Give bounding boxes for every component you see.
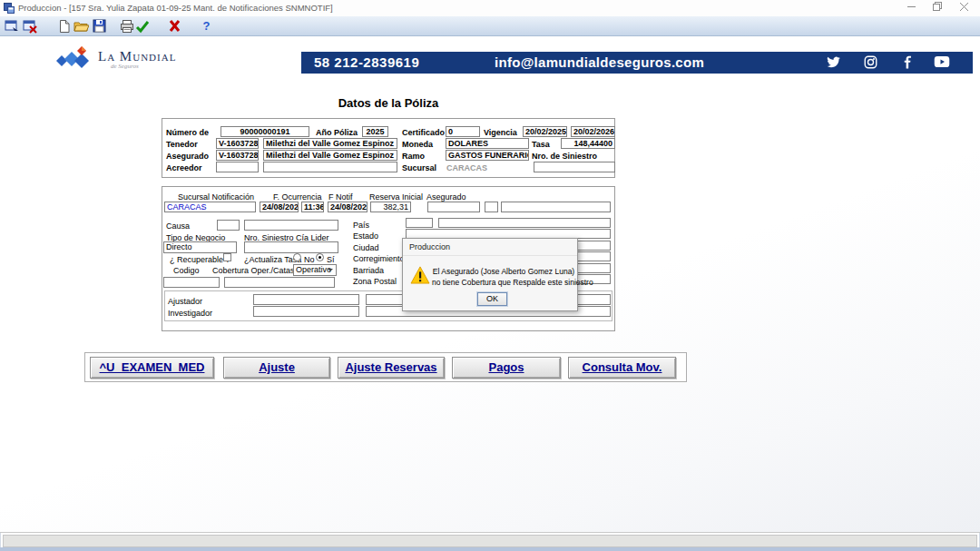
help-button[interactable]: ? [199, 18, 214, 34]
corregimiento-label: Corregimiento [353, 254, 405, 263]
produccion-dialog: Produccion El Asegurado (Jose Alberto Go… [402, 238, 578, 311]
acreedor-id-field[interactable] [216, 162, 259, 172]
vigencia-hasta-field[interactable]: 20/02/2026 [571, 126, 615, 137]
youtube-icon[interactable] [934, 55, 949, 70]
cancel-x-icon [168, 19, 181, 33]
ajuste-reservas-button[interactable]: Ajuste Reservas [338, 357, 445, 379]
ajustador-codigo-field[interactable] [253, 294, 359, 305]
fecha-ocurrencia-field[interactable]: 24/08/2025 [260, 202, 299, 212]
confirm-check-icon [135, 19, 150, 34]
new-document-icon [57, 19, 72, 34]
causa-label: Causa [166, 221, 190, 231]
causa-codigo-field[interactable] [217, 220, 240, 231]
asegurado-codigo-field[interactable] [427, 202, 480, 212]
ok-button[interactable]: OK [477, 292, 507, 306]
save-button[interactable] [92, 18, 107, 34]
nro-siniestro-field[interactable] [534, 162, 615, 172]
ciudad-label: Ciudad [353, 243, 379, 252]
contact-email: info@lamundialdeseguros.com [495, 54, 704, 70]
cobertura-label: Cobertura Oper./Catast. [212, 266, 299, 275]
form-new-button[interactable] [4, 18, 19, 34]
close-icon [960, 3, 968, 11]
actions-bar: ^U_EXAMEN_MED Ajuste Ajuste Reservas Pag… [84, 352, 687, 382]
causa-desc-field[interactable] [244, 220, 338, 231]
barriada-label: Barriada [353, 266, 384, 275]
codigo-label: Codigo [173, 266, 200, 275]
ajuste-button[interactable]: Ajuste [223, 357, 330, 379]
numero-poliza-field[interactable]: 90000000191 [220, 126, 309, 137]
asegurado-nombre-notif-field[interactable] [501, 202, 611, 212]
acreedor-label: Acreedor [166, 163, 202, 172]
window-titlebar: Produccion - [157 Sra. Yulia Zapata 01-0… [0, 0, 980, 16]
reserva-inicial-field[interactable]: 382,31 [370, 202, 411, 212]
status-bar [3, 535, 977, 547]
close-button[interactable] [951, 1, 976, 15]
logo-tagline: de Seguros [111, 63, 139, 70]
reserva-inicial-label: Reserva Inicial [369, 192, 423, 202]
tenedor-nombre-field[interactable]: Milethzi del Valle Gomez Espinoz [263, 138, 397, 149]
tenedor-id-field[interactable]: V-16037281 [216, 138, 259, 149]
hora-ocurrencia-field[interactable]: 11:36 [301, 202, 324, 212]
pagos-button[interactable]: Pagos [452, 357, 561, 379]
moneda-label: Moneda [402, 140, 433, 149]
minimize-button[interactable] [898, 1, 924, 15]
sucursal-notificacion-field[interactable]: CARACAS [164, 202, 256, 212]
contact-bar: 58 212-2839619 info@lamundialdeseguros.c… [301, 52, 973, 74]
nro-siniestro-cia-field[interactable] [244, 241, 338, 253]
cobertura-dropdown[interactable]: Operativo [293, 264, 337, 276]
codigo-cobertura-field[interactable] [163, 277, 220, 288]
recuperable-label: ¿ Recuperable ? [170, 255, 230, 264]
restore-icon [933, 2, 942, 11]
ramo-field[interactable]: GASTOS FUNERARIO [446, 150, 529, 161]
fecha-notif-field[interactable]: 24/08/2025 [328, 202, 368, 212]
actualiza-tasa-si-label: Sí [327, 255, 335, 264]
twitter-icon[interactable] [826, 55, 841, 70]
save-icon [93, 19, 106, 33]
phone-number: 58 212-2839619 [314, 54, 419, 70]
asegurado-nombre-field[interactable]: Milethzi del Valle Gomez Espinoz [263, 150, 397, 161]
actualiza-tasa-no-radio[interactable] [293, 253, 301, 261]
form-delete-button[interactable] [22, 18, 37, 34]
toolbar: ? [0, 16, 980, 36]
pais-label: País [353, 221, 369, 230]
print-button[interactable] [119, 18, 134, 34]
investigador-codigo-field[interactable] [253, 306, 359, 317]
numero-label: Número de [166, 128, 209, 137]
anio-poliza-field[interactable]: 2025 [362, 126, 388, 137]
pais-field[interactable] [438, 218, 611, 228]
certificado-label: Certificado [402, 128, 445, 137]
certificado-field[interactable]: 0 [446, 126, 480, 137]
moneda-field[interactable]: DOLARES [446, 138, 529, 149]
consulta-mov-button[interactable]: Consulta Mov. [568, 357, 676, 379]
examen-medico-button[interactable]: ^U_EXAMEN_MED [90, 357, 214, 379]
f-notif-label: F Notif [328, 192, 353, 202]
acreedor-nombre-field[interactable] [263, 162, 397, 172]
dialog-message-line1: El Asegurado (Jose Alberto Gomez Luna) [432, 267, 575, 276]
cancel-button[interactable] [167, 18, 182, 34]
sucursal-value: CARACAS [446, 163, 487, 172]
asegurado-id-field[interactable]: V-16037281 [216, 150, 259, 161]
confirm-button[interactable] [134, 18, 150, 34]
page-title: Datos de la Póliza [162, 96, 615, 110]
restore-button[interactable] [925, 1, 950, 15]
dialog-title: Produccion [409, 242, 450, 251]
open-folder-button[interactable] [74, 18, 89, 34]
cobertura-desc-field[interactable] [224, 277, 335, 288]
facebook-icon[interactable] [901, 55, 916, 70]
vigencia-desde-field[interactable]: 20/02/2025 [523, 126, 567, 137]
print-icon [120, 19, 134, 34]
new-document-button[interactable] [56, 18, 72, 34]
f-ocurrencia-label: F. Ocurrencia [273, 192, 322, 202]
actualiza-tasa-si-radio[interactable] [316, 253, 324, 261]
application-window: Produccion - [157 Sra. Yulia Zapata 01-0… [0, 0, 980, 551]
tasa-field[interactable]: 148,44400 [561, 138, 615, 149]
instagram-icon[interactable] [864, 55, 879, 70]
dialog-title-divider [403, 255, 577, 256]
recuperable-checkbox[interactable] [223, 253, 231, 261]
actualiza-tasa-no-label: No [304, 255, 315, 264]
asegurado-tipo-field[interactable] [485, 202, 498, 212]
form-new-icon [5, 19, 19, 34]
investigador-label: Investigador [168, 309, 212, 318]
tipo-negocio-field[interactable]: Directo [163, 241, 237, 253]
pais-codigo-field[interactable] [406, 218, 433, 228]
